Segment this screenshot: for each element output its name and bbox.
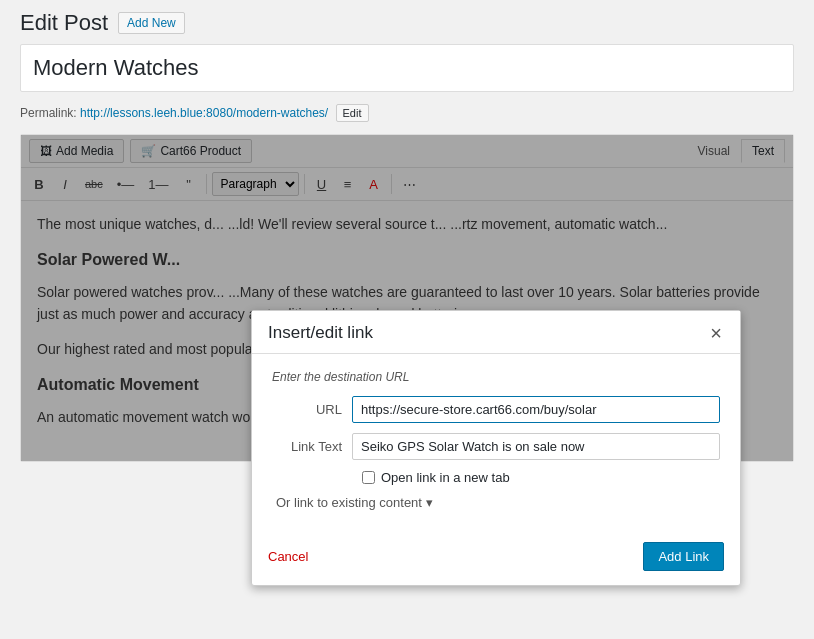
url-input[interactable] <box>352 396 720 423</box>
permalink-bar: Permalink: http://lessons.leeh.blue:8080… <box>20 100 794 126</box>
permalink-edit-button[interactable]: Edit <box>336 104 369 122</box>
cancel-button[interactable]: Cancel <box>268 549 308 564</box>
link-text-input[interactable] <box>352 433 720 460</box>
url-label: URL <box>272 402 352 417</box>
post-title-input[interactable] <box>33 55 781 81</box>
modal-instruction: Enter the destination URL <box>272 370 720 384</box>
modal-title: Insert/edit link <box>268 323 373 343</box>
insert-edit-link-modal: Insert/edit link × Enter the destination… <box>251 310 741 586</box>
new-tab-label[interactable]: Open link in a new tab <box>381 470 510 485</box>
modal-header: Insert/edit link × <box>252 311 740 354</box>
or-link-row: Or link to existing content ▾ <box>272 495 720 510</box>
post-title-area <box>20 44 794 92</box>
add-link-button[interactable]: Add Link <box>643 542 724 571</box>
add-new-button[interactable]: Add New <box>118 12 185 34</box>
page-wrapper: Edit Post Add New Permalink: http://less… <box>0 0 814 639</box>
url-field-row: URL <box>272 396 720 423</box>
modal-footer: Cancel Add Link <box>252 534 740 585</box>
new-tab-checkbox-row: Open link in a new tab <box>272 470 720 485</box>
page-title: Edit Post <box>20 10 108 36</box>
modal-close-button[interactable]: × <box>708 323 724 343</box>
editor-area: 🖼 Add Media 🛒 Cart66 Product Visual Text… <box>20 134 794 462</box>
or-link-label: Or link to existing content <box>276 495 422 510</box>
new-tab-checkbox[interactable] <box>362 471 375 484</box>
or-link-existing-button[interactable]: Or link to existing content ▾ <box>276 495 433 510</box>
modal-body: Enter the destination URL URL Link Text … <box>252 354 740 534</box>
permalink-url[interactable]: http://lessons.leeh.blue:8080/modern-wat… <box>80 106 328 120</box>
link-text-field-row: Link Text <box>272 433 720 460</box>
page-header: Edit Post Add New <box>0 0 814 44</box>
chevron-down-icon: ▾ <box>426 495 433 510</box>
permalink-label: Permalink: <box>20 106 77 120</box>
link-text-label: Link Text <box>272 439 352 454</box>
